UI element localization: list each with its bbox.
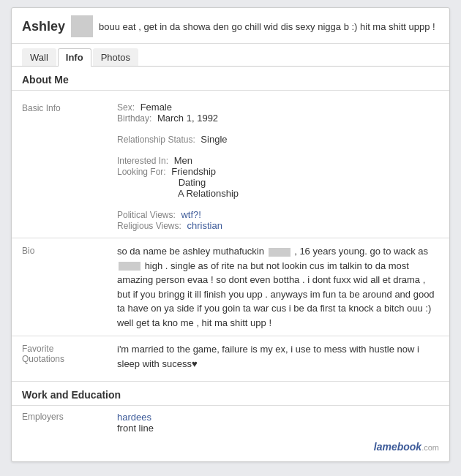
political-views-value[interactable]: wtf?!: [181, 209, 200, 220]
sex-block: Sex: Female Birthday: March 1, 1992: [117, 102, 218, 124]
employer-detail: front line: [117, 423, 154, 434]
tab-photos[interactable]: Photos: [93, 48, 138, 66]
employer-name[interactable]: hardees: [117, 412, 151, 423]
favorite-quotations-label: Favorite Quotations: [22, 342, 117, 371]
about-me-header: About Me: [12, 67, 449, 91]
employer-detail-line: front line: [117, 423, 154, 434]
lamebook-brand: lamebook: [374, 441, 421, 453]
lamebook-tld: .com: [421, 443, 439, 452]
profile-card: Ashley bouu eat , get in da showa den go…: [11, 7, 450, 462]
interested-in-row: Interested In: Men Looking For: Friendsh…: [22, 153, 439, 201]
favorite-quotations-section: Favorite Quotations i'm married to the g…: [12, 336, 449, 377]
relationship-status-block: Relationship Status: Single: [117, 134, 228, 145]
basic-info-text: Basic Info: [22, 103, 61, 113]
tab-info[interactable]: Info: [58, 48, 91, 67]
bio-section: Bio so da name be ashley muthafuckin , 1…: [12, 238, 449, 336]
relationship-status-row: Relationship Status: Single: [22, 132, 439, 147]
bio-text-part1: so da name be ashley muthafuckin: [117, 246, 264, 257]
bio-blur-2: [119, 262, 140, 271]
political-row: Political Views: wtf?! Religious Views: …: [22, 207, 439, 233]
looking-for-relationship-value: A Relationship: [178, 188, 239, 199]
interested-in-line: Interested In: Men: [117, 155, 239, 166]
looking-for-relationship: A Relationship: [117, 188, 239, 199]
political-views-label: Political Views:: [117, 210, 176, 220]
bio-label: Bio: [22, 244, 117, 330]
sex-label: Sex:: [117, 102, 135, 113]
tab-wall[interactable]: Wall: [22, 48, 56, 66]
birthday-value: March 1, 1992: [157, 113, 218, 124]
looking-for-dating: Dating: [117, 177, 239, 188]
profile-name: Ashley: [22, 19, 65, 34]
looking-for-label: Looking For:: [117, 167, 166, 177]
interested-in-label: Interested In:: [117, 156, 168, 166]
sex-row: Basic Info Sex: Female Birthday: March 1…: [22, 99, 439, 126]
bio-text-part3: high . single as of rite na but not look…: [117, 260, 435, 328]
work-education-header: Work and Education: [12, 381, 449, 406]
favorite-quotations-text: i'm married to the game, failure is my e…: [117, 342, 439, 371]
interested-in-value: Men: [174, 155, 192, 166]
profile-status: bouu eat , get in da showa den go chill …: [99, 21, 439, 32]
bio-text-part2: , 16 years young. go to wack as: [294, 246, 428, 257]
bio-text: so da name be ashley muthafuckin , 16 ye…: [117, 244, 439, 330]
political-label-col: [22, 209, 117, 231]
lamebook-logo: lamebook.com: [374, 441, 439, 453]
looking-for-line: Looking For: Friendship: [117, 166, 239, 177]
relationship-status-value: Single: [200, 134, 227, 145]
avatar: [71, 15, 93, 37]
profile-header: Ashley bouu eat , get in da showa den go…: [12, 8, 449, 44]
interested-in-label-col: [22, 155, 117, 199]
birthday-label: Birthday:: [117, 113, 151, 124]
relationship-status-label: Relationship Status:: [117, 135, 195, 145]
bio-blur-1: [269, 248, 291, 257]
relationship-status-label-col: [22, 134, 117, 145]
lamebook-footer: lamebook.com: [12, 437, 449, 454]
basic-info-section: Basic Info Sex: Female Birthday: March 1…: [12, 95, 449, 238]
looking-for-friendship: Friendship: [171, 166, 216, 177]
sex-line: Sex: Female: [117, 102, 218, 113]
political-block: Political Views: wtf?! Religious Views: …: [117, 209, 222, 231]
interested-in-block: Interested In: Men Looking For: Friendsh…: [117, 155, 239, 199]
employers-row: Employers hardees front line: [12, 409, 449, 437]
religious-views-value[interactable]: christian: [187, 220, 222, 231]
religious-views-line: Religious Views: christian: [117, 220, 222, 231]
employer-name-line: hardees: [117, 412, 154, 423]
employer-details: hardees front line: [117, 412, 154, 434]
birthday-line: Birthday: March 1, 1992: [117, 113, 218, 124]
looking-for-dating-value: Dating: [179, 177, 206, 188]
employers-label: Employers: [22, 412, 117, 434]
sex-value: Female: [140, 102, 172, 113]
tabs: Wall Info Photos: [12, 44, 449, 67]
religious-views-label: Religious Views:: [117, 221, 181, 231]
political-views-line: Political Views: wtf?!: [117, 209, 222, 220]
basic-info-label: Basic Info: [22, 102, 117, 124]
